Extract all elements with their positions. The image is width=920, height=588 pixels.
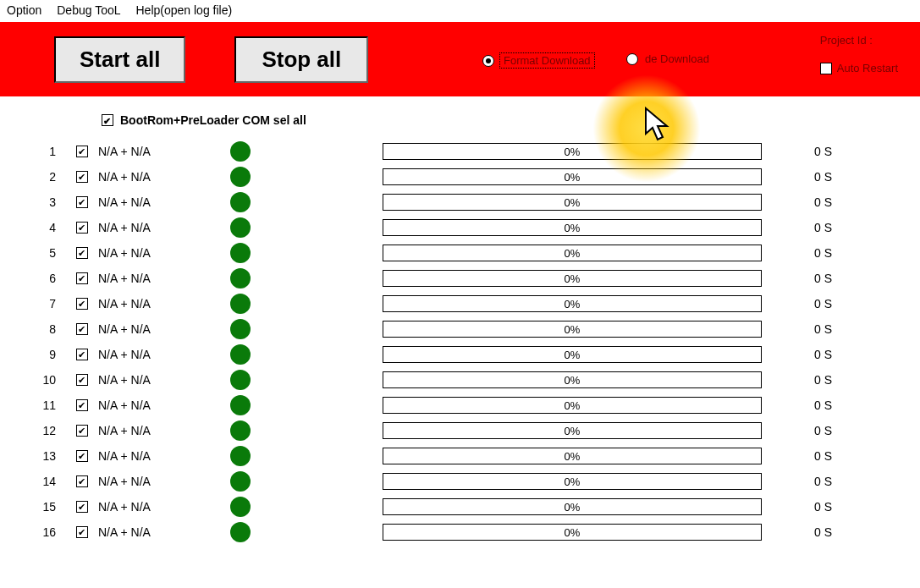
row-checkbox[interactable]: [76, 323, 98, 335]
radio-format-download[interactable]: Format Download: [482, 52, 595, 69]
checkbox-icon: [76, 171, 88, 183]
device-row: 13N/A + N/A0%0 S: [32, 443, 888, 469]
row-time: 0 S: [814, 221, 832, 234]
row-com-label: N/A + N/A: [98, 246, 225, 260]
radio-firmware-download[interactable]: de Download: [626, 52, 709, 65]
device-row: 1N/A + N/A0%0 S: [32, 139, 888, 164]
row-progress: 0%: [383, 168, 762, 185]
row-checkbox[interactable]: [76, 196, 98, 208]
row-index: 16: [32, 525, 76, 539]
device-row: 3N/A + N/A0%0 S: [32, 190, 888, 215]
row-checkbox[interactable]: [76, 501, 98, 513]
status-dot-icon: [230, 141, 251, 162]
row-progress: 0%: [383, 270, 762, 287]
device-row: 12N/A + N/A0%0 S: [32, 418, 888, 443]
row-checkbox[interactable]: [76, 146, 98, 157]
row-index: 15: [32, 500, 76, 514]
menu-help[interactable]: Help(open log file): [136, 3, 233, 17]
row-index: 7: [32, 297, 76, 310]
device-list: BootRom+PreLoader COM sel all 1N/A + N/A…: [0, 96, 920, 545]
row-index: 3: [32, 195, 76, 209]
device-row: 15N/A + N/A0%0 S: [32, 494, 888, 519]
device-row: 11N/A + N/A0%0 S: [32, 393, 888, 418]
status-dot-icon: [230, 522, 251, 542]
row-index: 2: [32, 170, 76, 184]
row-index: 6: [32, 272, 76, 285]
select-all-row[interactable]: BootRom+PreLoader COM sel all: [102, 113, 888, 127]
row-com-label: N/A + N/A: [98, 449, 225, 463]
device-row: 10N/A + N/A0%0 S: [32, 367, 888, 393]
row-com-label: N/A + N/A: [98, 475, 225, 488]
start-all-button[interactable]: Start all: [54, 36, 185, 83]
row-checkbox[interactable]: [76, 425, 98, 437]
row-checkbox[interactable]: [76, 399, 98, 411]
status-dot-icon: [230, 294, 251, 314]
row-time: 0 S: [814, 424, 832, 437]
status-dot-icon: [230, 370, 251, 390]
row-com-label: N/A + N/A: [98, 145, 225, 158]
row-com-label: N/A + N/A: [98, 373, 225, 387]
checkbox-icon: [76, 399, 88, 411]
row-com-label: N/A + N/A: [98, 195, 225, 209]
row-progress: 0%: [383, 245, 762, 261]
row-index: 8: [32, 322, 76, 336]
row-checkbox[interactable]: [76, 298, 98, 310]
checkbox-icon: [76, 501, 88, 513]
row-progress: 0%: [383, 143, 762, 160]
checkbox-icon: [76, 526, 88, 538]
row-time: 0 S: [814, 272, 832, 285]
device-row: 8N/A + N/A0%0 S: [32, 316, 888, 342]
row-progress: 0%: [383, 295, 762, 312]
row-com-label: N/A + N/A: [98, 500, 225, 514]
checkbox-icon: [76, 374, 88, 386]
row-checkbox[interactable]: [76, 272, 98, 284]
status-dot-icon: [230, 395, 251, 415]
device-row: 9N/A + N/A0%0 S: [32, 342, 888, 367]
menu-debug-tool[interactable]: Debug TooL: [57, 3, 120, 17]
row-time: 0 S: [814, 449, 832, 463]
row-index: 5: [32, 246, 76, 260]
row-index: 11: [32, 398, 76, 412]
row-progress: 0%: [383, 346, 762, 363]
row-index: 12: [32, 424, 76, 437]
row-time: 0 S: [814, 297, 832, 310]
row-checkbox[interactable]: [76, 222, 98, 234]
device-row: 4N/A + N/A0%0 S: [32, 215, 888, 240]
row-time: 0 S: [814, 398, 832, 412]
status-dot-icon: [230, 192, 251, 212]
status-dot-icon: [230, 497, 251, 517]
row-checkbox[interactable]: [76, 374, 98, 386]
row-checkbox[interactable]: [76, 475, 98, 487]
status-dot-icon: [230, 319, 251, 339]
device-row: 5N/A + N/A0%0 S: [32, 240, 888, 266]
status-dot-icon: [230, 446, 251, 466]
menu-option[interactable]: Option: [7, 3, 41, 17]
checkbox-icon: [76, 475, 88, 487]
row-progress: 0%: [383, 219, 762, 236]
row-index: 1: [32, 145, 76, 158]
row-checkbox[interactable]: [76, 171, 98, 183]
row-progress: 0%: [383, 448, 762, 464]
status-dot-icon: [230, 344, 251, 365]
radio-format-download-label: Format Download: [499, 52, 595, 69]
radio-icon: [482, 55, 494, 67]
row-checkbox[interactable]: [76, 349, 98, 360]
row-progress: 0%: [383, 422, 762, 439]
row-com-label: N/A + N/A: [98, 322, 225, 336]
stop-all-button[interactable]: Stop all: [234, 36, 368, 83]
row-checkbox[interactable]: [76, 247, 98, 259]
checkbox-icon: [102, 114, 113, 126]
status-dot-icon: [230, 167, 251, 187]
checkbox-icon: [76, 349, 88, 360]
row-checkbox[interactable]: [76, 526, 98, 538]
auto-restart-checkbox[interactable]: Auto Restart: [820, 62, 898, 74]
row-com-label: N/A + N/A: [98, 525, 225, 539]
row-com-label: N/A + N/A: [98, 398, 225, 412]
row-checkbox[interactable]: [76, 450, 98, 462]
row-time: 0 S: [814, 195, 832, 209]
row-com-label: N/A + N/A: [98, 170, 225, 184]
checkbox-icon: [76, 222, 88, 234]
auto-restart-label: Auto Restart: [837, 62, 898, 74]
row-time: 0 S: [814, 373, 832, 387]
row-time: 0 S: [814, 322, 832, 336]
